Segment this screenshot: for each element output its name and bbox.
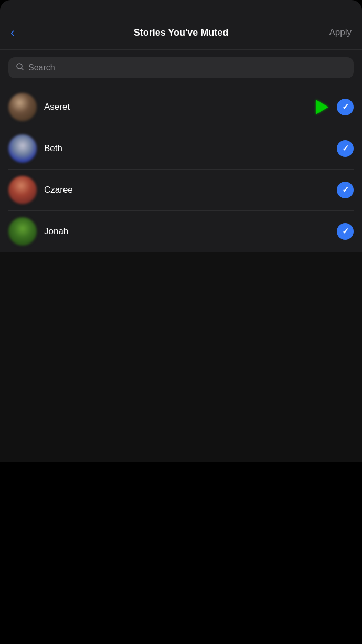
top-bar (0, 0, 362, 16)
check-button-aseret[interactable]: ✓ (337, 99, 354, 115)
check-button-jonah[interactable]: ✓ (337, 223, 354, 240)
list-item: Beth✓ (8, 128, 354, 170)
check-button-beth[interactable]: ✓ (337, 140, 354, 157)
user-name-beth: Beth (44, 143, 329, 154)
list-item: Czaree✓ (8, 170, 354, 211)
nav-header: ‹ Stories You've Muted Apply (0, 16, 362, 50)
search-bar[interactable]: Search (8, 57, 354, 78)
avatar-beth (8, 134, 37, 163)
list-item: Aseret✓ (8, 87, 354, 128)
user-name-czaree: Czaree (44, 185, 329, 195)
page-title: Stories You've Muted (34, 27, 328, 38)
user-list: Aseret✓Beth✓Czaree✓Jonah✓ (0, 87, 362, 252)
green-arrow-icon (316, 100, 328, 114)
checkmark-icon: ✓ (342, 144, 349, 153)
avatar-czaree (8, 176, 37, 204)
svg-line-1 (22, 68, 24, 70)
checkmark-icon: ✓ (342, 103, 349, 111)
checkmark-icon: ✓ (342, 186, 349, 194)
avatar-aseret (8, 93, 37, 121)
back-chevron-icon: ‹ (10, 25, 15, 40)
search-container: Search (0, 50, 362, 87)
checkmark-icon: ✓ (342, 227, 349, 236)
back-button[interactable]: ‹ (10, 25, 34, 40)
empty-area (0, 252, 362, 462)
search-placeholder: Search (28, 63, 55, 72)
list-item: Jonah✓ (8, 211, 354, 252)
user-name-jonah: Jonah (44, 226, 329, 237)
apply-button[interactable]: Apply (328, 27, 352, 38)
arrow-indicator (316, 100, 328, 114)
search-icon (16, 62, 24, 73)
avatar-jonah (8, 217, 37, 246)
check-button-czaree[interactable]: ✓ (337, 182, 354, 198)
user-name-aseret: Aseret (44, 102, 329, 112)
